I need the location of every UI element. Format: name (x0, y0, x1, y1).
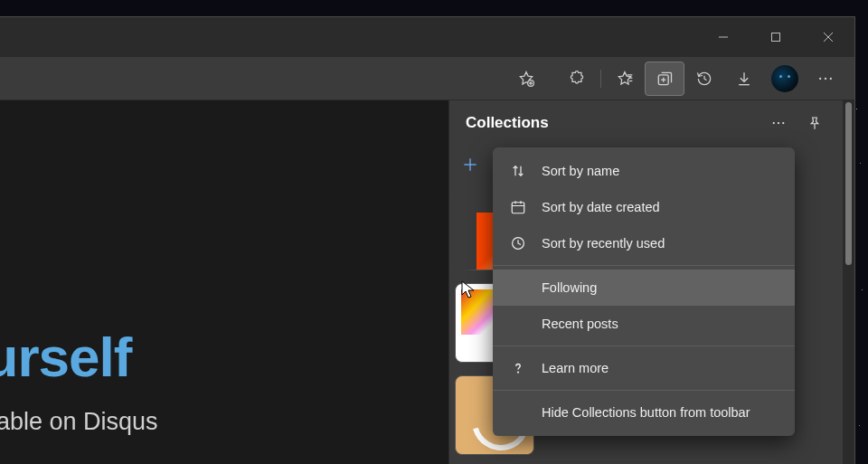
collections-header: Collections (449, 100, 843, 146)
menu-label: Recent posts (542, 317, 618, 331)
collections-more-button[interactable] (763, 108, 794, 138)
sort-name-icon (509, 162, 527, 180)
pin-icon (807, 115, 823, 131)
svg-point-18 (773, 122, 775, 124)
toolbar-separator (600, 70, 601, 88)
maximize-icon (770, 32, 781, 43)
plus-icon (461, 156, 479, 174)
extensions-button[interactable] (557, 62, 597, 96)
desktop-background: Yourself lable on Disqus (0, 0, 868, 464)
download-icon (735, 70, 753, 88)
collections-context-menu: Sort by name Sort by date created (493, 147, 795, 436)
clock-icon (509, 234, 527, 252)
toolbar-actions (506, 62, 845, 96)
favorites-icon (616, 70, 634, 88)
menu-sort-by-name[interactable]: Sort by name (493, 153, 795, 189)
menu-separator (493, 265, 795, 266)
menu-learn-more[interactable]: Learn more (493, 350, 795, 386)
more-icon (770, 115, 787, 131)
svg-point-17 (830, 77, 832, 79)
page-headline: Yourself (0, 325, 131, 389)
menu-label: Following (542, 280, 597, 295)
settings-menu-button[interactable] (806, 62, 845, 96)
menu-label: Sort by recently used (542, 236, 665, 251)
collections-icon (656, 70, 674, 88)
maximize-button[interactable] (750, 17, 802, 57)
menu-label: Sort by date created (542, 200, 660, 214)
svg-point-15 (819, 77, 821, 79)
close-icon (823, 32, 834, 43)
browser-window: Yourself lable on Disqus (0, 16, 855, 464)
toolbar (0, 57, 854, 100)
pin-panel-button[interactable] (799, 108, 830, 138)
more-icon (816, 70, 835, 88)
bg-star (860, 163, 861, 164)
scrollbar-thumb[interactable] (845, 102, 852, 265)
add-favorite-button[interactable] (506, 62, 546, 96)
vertical-scrollbar[interactable] (843, 100, 854, 464)
menu-hide-collections-button[interactable]: Hide Collections button from toolbar (493, 394, 795, 431)
star-add-icon (517, 70, 535, 88)
svg-point-19 (778, 122, 779, 124)
menu-separator (493, 346, 795, 346)
menu-following[interactable]: Following (493, 270, 795, 306)
menu-label: Learn more (542, 361, 609, 375)
history-button[interactable] (684, 62, 724, 96)
new-collection-button[interactable] (457, 151, 484, 178)
page-subline: lable on Disqus (0, 408, 158, 436)
svg-rect-26 (512, 203, 524, 213)
favorites-button[interactable] (605, 62, 645, 96)
content-area: Yourself lable on Disqus (0, 100, 843, 464)
history-icon (695, 70, 713, 88)
menu-label: Hide Collections button from toolbar (542, 405, 750, 420)
menu-separator (493, 390, 795, 391)
menu-sort-by-recent[interactable]: Sort by recently used (493, 225, 795, 261)
help-icon (509, 359, 527, 377)
collections-title: Collections (466, 114, 549, 132)
minimize-button[interactable] (697, 17, 750, 57)
downloads-button[interactable] (724, 62, 764, 96)
minimize-icon (718, 32, 729, 43)
menu-recent-posts[interactable]: Recent posts (493, 306, 795, 342)
collections-header-actions (763, 108, 830, 138)
puzzle-icon (568, 70, 586, 88)
bg-star (862, 289, 863, 290)
svg-rect-1 (772, 33, 780, 42)
window-controls (697, 17, 854, 57)
bg-star (859, 425, 860, 426)
titlebar (0, 17, 854, 57)
svg-point-16 (825, 77, 826, 79)
menu-sort-by-date[interactable]: Sort by date created (493, 189, 795, 225)
collections-button[interactable] (645, 62, 684, 96)
svg-point-31 (518, 372, 519, 373)
svg-point-20 (782, 122, 784, 124)
calendar-icon (509, 198, 527, 216)
close-button[interactable] (802, 17, 854, 57)
profile-avatar[interactable] (771, 65, 798, 92)
collections-panel: Collections (448, 100, 843, 464)
bg-star (856, 109, 857, 109)
menu-label: Sort by name (542, 164, 619, 178)
